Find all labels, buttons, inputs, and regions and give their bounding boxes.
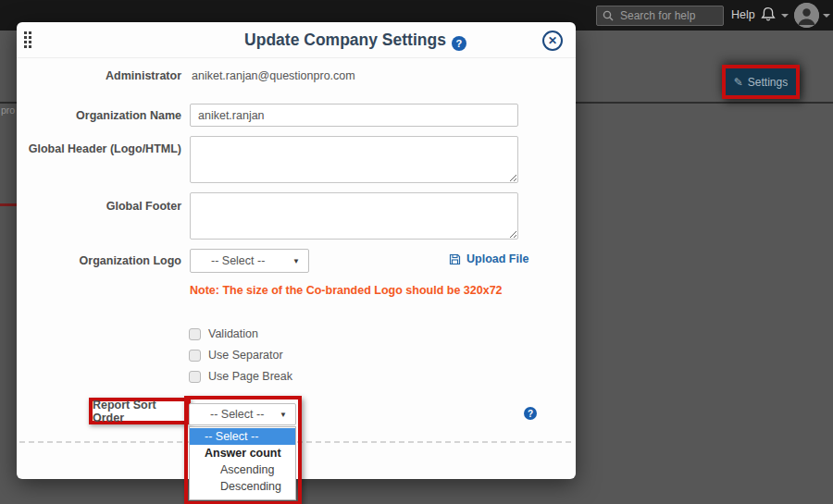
dropdown-group-answer-count: Answer count <box>190 445 295 461</box>
page-partial-text: pro <box>1 104 15 116</box>
page-red-annotation-fragment <box>0 203 17 206</box>
organization-name-input[interactable] <box>190 104 518 127</box>
report-sort-order-select[interactable]: -- Select -- ▼ <box>189 403 296 425</box>
use-page-break-checkbox[interactable] <box>189 371 201 383</box>
report-sort-order-select-value: -- Select -- <box>210 408 264 421</box>
report-sort-order-help-icon[interactable]: ? <box>524 407 537 420</box>
administrator-value: aniket.ranjan@questionpro.com <box>192 69 355 82</box>
global-header-label: Global Header (Logo/HTML) <box>17 142 181 155</box>
global-header-textarea[interactable] <box>190 136 518 183</box>
dropdown-option-descending[interactable]: Descending <box>190 478 295 495</box>
select-caret-icon: ▼ <box>280 411 287 419</box>
report-sort-order-annotation: -- Select -- ▼ -- Select -- Answer count… <box>184 396 302 504</box>
help-search-box[interactable] <box>596 6 724 26</box>
report-sort-order-label-annotation: Report Sort Order <box>89 398 191 424</box>
organization-logo-select-value: -- Select -- <box>211 254 265 267</box>
use-separator-checkbox-row[interactable]: Use Separator <box>189 349 283 362</box>
notifications-caret-icon[interactable] <box>781 14 789 18</box>
use-separator-checkbox[interactable] <box>189 350 201 362</box>
validation-checkbox[interactable] <box>189 328 201 340</box>
global-footer-label: Global Footer <box>17 200 181 213</box>
organization-logo-select[interactable]: -- Select -- ▼ <box>190 249 309 273</box>
report-sort-order-label: Report Sort Order <box>93 399 187 424</box>
organization-name-label: Organization Name <box>17 109 181 122</box>
validation-checkbox-row[interactable]: Validation <box>189 327 258 340</box>
use-page-break-checkbox-row[interactable]: Use Page Break <box>189 370 292 383</box>
avatar-caret-icon[interactable] <box>823 14 830 18</box>
logo-size-note: Note: The size of the Co-branded Logo sh… <box>190 284 503 297</box>
organization-logo-label: Organization Logo <box>17 254 181 267</box>
update-company-settings-modal: Update Company Settings? ✕ Administrator… <box>17 22 576 479</box>
title-help-icon[interactable]: ? <box>452 36 466 51</box>
dropdown-option-ascending[interactable]: Ascending <box>190 461 295 478</box>
screen: Help pro ✎ Settings Update Company Setti… <box>0 0 833 504</box>
settings-button[interactable]: ✎ Settings <box>726 68 796 95</box>
help-search-input[interactable] <box>618 8 717 23</box>
close-icon[interactable]: ✕ <box>542 31 563 51</box>
drag-handle-icon[interactable] <box>24 31 31 48</box>
help-menu[interactable]: Help <box>731 8 755 21</box>
modal-header-divider <box>17 57 576 58</box>
upload-file-label: Upload File <box>466 252 528 265</box>
use-page-break-label: Use Page Break <box>208 370 292 383</box>
user-avatar[interactable] <box>794 3 819 28</box>
global-footer-textarea[interactable] <box>190 192 518 240</box>
upload-file-icon <box>449 253 461 265</box>
validation-label: Validation <box>208 327 258 340</box>
modal-title: Update Company Settings? <box>135 31 576 51</box>
upload-file-link[interactable]: Upload File <box>449 252 528 265</box>
dropdown-option-select[interactable]: -- Select -- <box>190 428 295 445</box>
settings-button-annotation: ✎ Settings <box>722 65 800 99</box>
pencil-icon: ✎ <box>734 76 743 89</box>
select-caret-icon: ▼ <box>292 257 300 265</box>
search-icon <box>603 10 614 21</box>
settings-button-label: Settings <box>748 76 788 89</box>
use-separator-label: Use Separator <box>208 349 283 362</box>
administrator-label: Administrator <box>17 69 181 82</box>
report-sort-order-dropdown: -- Select -- Answer count Ascending Desc… <box>189 426 296 500</box>
notifications-bell-icon[interactable] <box>759 6 777 24</box>
